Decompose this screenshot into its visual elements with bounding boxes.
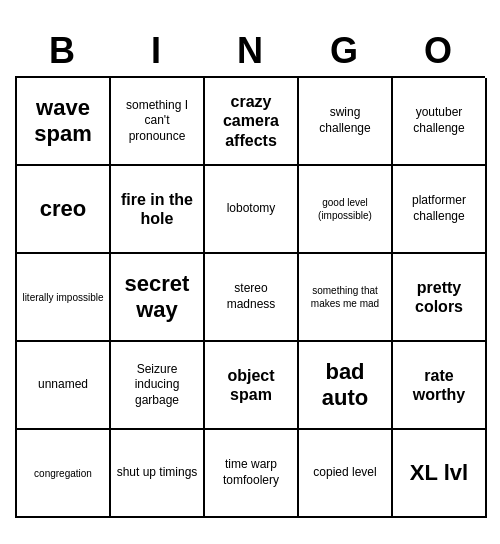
bingo-header: B I N G O [15, 26, 485, 76]
bingo-cell[interactable]: wave spam [17, 78, 111, 166]
cell-text: time warp tomfoolery [209, 457, 293, 488]
bingo-cell[interactable]: stereo madness [205, 254, 299, 342]
cell-text: shut up timings [117, 465, 198, 481]
bingo-cell[interactable]: copied level [299, 430, 393, 518]
bingo-cell[interactable]: something I can't pronounce [111, 78, 205, 166]
cell-text: stereo madness [209, 281, 293, 312]
cell-text: youtuber challenge [397, 105, 481, 136]
bingo-cell[interactable]: platformer challenge [393, 166, 487, 254]
cell-text: XL lvl [410, 460, 468, 486]
bingo-card: B I N G O wave spamsomething I can't pro… [15, 26, 485, 518]
bingo-cell[interactable]: pretty colors [393, 254, 487, 342]
bingo-cell[interactable]: good level (impossible) [299, 166, 393, 254]
cell-text: wave spam [21, 95, 105, 148]
cell-text: something that makes me mad [303, 284, 387, 310]
bingo-cell[interactable]: object spam [205, 342, 299, 430]
bingo-cell[interactable]: lobotomy [205, 166, 299, 254]
cell-text: fire in the hole [115, 190, 199, 228]
cell-text: Seizure inducing garbage [115, 362, 199, 409]
cell-text: unnamed [38, 377, 88, 393]
header-n: N [203, 30, 297, 72]
cell-text: swing challenge [303, 105, 387, 136]
cell-text: crazy camera affects [209, 92, 293, 150]
bingo-cell[interactable]: rate worthy [393, 342, 487, 430]
cell-text: good level (impossible) [303, 196, 387, 222]
cell-text: pretty colors [397, 278, 481, 316]
bingo-cell[interactable]: youtuber challenge [393, 78, 487, 166]
bingo-cell[interactable]: congregation [17, 430, 111, 518]
cell-text: something I can't pronounce [115, 98, 199, 145]
cell-text: lobotomy [227, 201, 276, 217]
bingo-grid: wave spamsomething I can't pronouncecraz… [15, 76, 485, 518]
bingo-cell[interactable]: unnamed [17, 342, 111, 430]
cell-text: congregation [34, 467, 92, 480]
header-b: B [15, 30, 109, 72]
cell-text: copied level [313, 465, 376, 481]
bingo-cell[interactable]: crazy camera affects [205, 78, 299, 166]
cell-text: object spam [209, 366, 293, 404]
bingo-cell[interactable]: Seizure inducing garbage [111, 342, 205, 430]
bingo-cell[interactable]: literally impossible [17, 254, 111, 342]
cell-text: creo [40, 196, 86, 222]
bingo-cell[interactable]: shut up timings [111, 430, 205, 518]
bingo-cell[interactable]: XL lvl [393, 430, 487, 518]
header-o: O [391, 30, 485, 72]
bingo-cell[interactable]: something that makes me mad [299, 254, 393, 342]
cell-text: rate worthy [397, 366, 481, 404]
bingo-cell[interactable]: creo [17, 166, 111, 254]
bingo-cell[interactable]: bad auto [299, 342, 393, 430]
cell-text: platformer challenge [397, 193, 481, 224]
bingo-cell[interactable]: secret way [111, 254, 205, 342]
header-g: G [297, 30, 391, 72]
cell-text: bad auto [303, 359, 387, 412]
bingo-cell[interactable]: time warp tomfoolery [205, 430, 299, 518]
header-i: I [109, 30, 203, 72]
cell-text: literally impossible [22, 291, 103, 304]
bingo-cell[interactable]: swing challenge [299, 78, 393, 166]
cell-text: secret way [115, 271, 199, 324]
bingo-cell[interactable]: fire in the hole [111, 166, 205, 254]
